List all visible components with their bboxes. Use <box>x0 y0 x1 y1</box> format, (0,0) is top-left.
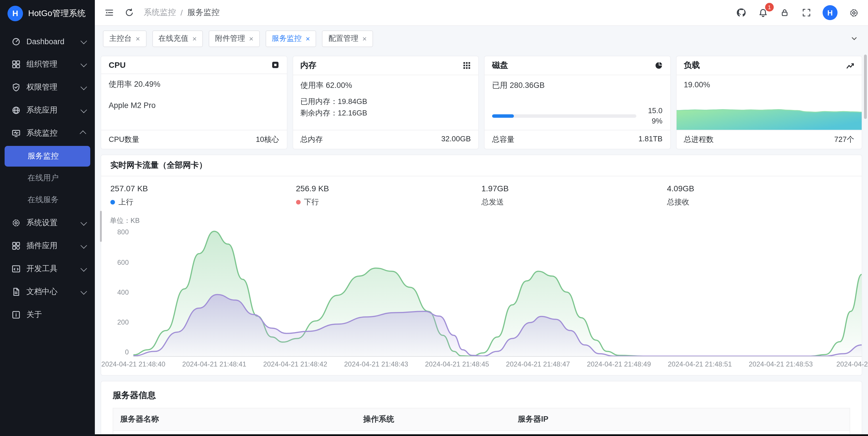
refresh-icon[interactable] <box>124 7 135 19</box>
notification-badge: 1 <box>765 3 774 11</box>
load-value: 19.00% <box>676 75 862 89</box>
sidebar-subitem-label: 在线服务 <box>28 195 59 205</box>
sidebar-item-org[interactable]: 组织管理 <box>0 53 95 76</box>
tab-label: 附件管理 <box>215 33 245 44</box>
topbar-actions: 1 H <box>735 5 859 20</box>
y-tick: 0 <box>125 348 129 357</box>
logo-icon: H <box>7 5 23 21</box>
sidebar-item-docs[interactable]: 文档中心 <box>0 280 95 303</box>
grid-icon <box>463 62 471 69</box>
stat-label: 总接收 <box>667 197 689 208</box>
x-tick: 2024-04-21 21:48:49 <box>587 361 651 369</box>
cpu-footer-value: 10核心 <box>256 135 279 145</box>
x-tick: 2024-04-21 21:48:47 <box>506 361 570 369</box>
tab-label: 主控台 <box>109 33 132 44</box>
main-column: 系统监控 / 服务监控 1 H <box>95 0 868 436</box>
sidebar-item-label: 权限管理 <box>26 82 75 93</box>
traffic-card-title: 实时网卡流量（全部网卡） <box>101 156 862 177</box>
sidebar-item-system-app[interactable]: 系统应用 <box>0 99 95 122</box>
scrollbar-thumb[interactable] <box>864 55 867 119</box>
stat-label: 总发送 <box>482 197 504 208</box>
sidebar-item-devtools[interactable]: 开发工具 <box>0 257 95 280</box>
tab-close-icon[interactable]: × <box>249 34 253 43</box>
sidebar-scrollbar-thumb[interactable] <box>100 211 102 242</box>
tab-attachment[interactable]: 附件管理 × <box>209 30 259 47</box>
sidebar-subitem-service-monitor[interactable]: 服务监控 <box>5 146 90 167</box>
settings-gear-icon[interactable] <box>848 7 859 19</box>
x-tick: 2024-04-21 21:48:41 <box>182 361 246 369</box>
tab-label: 配置管理 <box>329 33 359 44</box>
tab-close-icon[interactable]: × <box>363 34 367 43</box>
sidebar-subitem-online-users[interactable]: 在线用户 <box>5 168 90 189</box>
stat-value: 1.97GB <box>482 184 667 193</box>
chart-x-axis: 2024-04-21 21:48:40 2024-04-21 21:48:41 … <box>133 361 862 370</box>
app-title: HotGo管理系统 <box>28 8 86 19</box>
traffic-stat-total-received: 4.09GB 总接收 <box>667 184 853 208</box>
column-server-name: 服务器名称 <box>113 409 356 431</box>
sidebar-subitem-label: 服务监控 <box>28 151 59 161</box>
chevron-down-icon <box>81 242 87 249</box>
disk-used: 已用 280.36GB <box>492 80 662 91</box>
memory-footer-label: 总内存 <box>300 135 323 145</box>
sidebar-item-system-monitor[interactable]: 系统监控 <box>0 122 95 145</box>
info-icon <box>11 310 21 320</box>
chevron-down-icon <box>81 106 87 113</box>
memory-card-title: 内存 <box>300 60 316 71</box>
sidebar-subitem-online-services[interactable]: 在线服务 <box>5 190 90 210</box>
collapse-menu-icon[interactable] <box>103 7 115 19</box>
y-tick: 400 <box>117 289 129 296</box>
chevron-up-icon <box>80 130 86 137</box>
y-tick: 800 <box>117 228 129 236</box>
breadcrumb-parent[interactable]: 系统监控 <box>144 7 176 18</box>
stat-card-row: CPU 使用率 20.49% Apple M2 Pro CPU数量 10核心 <box>101 56 862 149</box>
avatar[interactable]: H <box>823 5 838 20</box>
topbar: 系统监控 / 服务监控 1 H <box>95 0 868 26</box>
monitor-icon <box>11 129 21 138</box>
cpu-model: Apple M2 Pro <box>108 101 279 110</box>
tab-close-icon[interactable]: × <box>192 34 196 43</box>
sidebar-item-label: 文档中心 <box>26 287 75 297</box>
tab-service-monitor[interactable]: 服务监控 × <box>266 30 316 47</box>
tab-online-recharge[interactable]: 在线充值 × <box>152 30 203 47</box>
sidebar-item-about[interactable]: 关于 <box>0 303 95 326</box>
sidebar: H HotGo管理系统 Dashboard 组织管理 权限管理 <box>0 0 95 436</box>
fullscreen-icon[interactable] <box>801 7 812 19</box>
github-icon[interactable] <box>735 7 747 19</box>
load-footer-label: 总进程数 <box>684 135 714 145</box>
stat-label: 下行 <box>304 197 319 208</box>
sidebar-item-dashboard[interactable]: Dashboard <box>0 30 95 53</box>
tab-console[interactable]: 主控台 × <box>103 30 146 47</box>
app-root: H HotGo管理系统 Dashboard 组织管理 权限管理 <box>0 0 868 436</box>
memory-free: 剩余内存：12.16GB <box>300 107 471 118</box>
chevron-down-icon <box>81 288 87 295</box>
sidebar-item-label: 系统设置 <box>26 218 75 228</box>
traffic-stat-down: 256.9 KB 下行 <box>296 184 482 208</box>
tabbar-chevron-down-icon[interactable] <box>848 33 860 44</box>
sidebar-item-permission[interactable]: 权限管理 <box>0 76 95 99</box>
server-info-title: 服务器信息 <box>101 382 862 408</box>
legend-dot-down <box>296 200 301 205</box>
server-info-card: 服务器信息 服务器名称 操作系统 服务器IP mengshuaideMBP da… <box>101 381 862 436</box>
tab-close-icon[interactable]: × <box>136 34 140 43</box>
stat-label: 上行 <box>118 197 133 208</box>
chevron-down-icon <box>81 219 87 226</box>
traffic-stats: 257.07 KB 上行 256.9 KB 下行 1.97GB 总发送 4.09… <box>101 177 862 208</box>
x-tick: 2024-04-21 21:48:45 <box>425 361 489 369</box>
code-icon <box>11 264 21 273</box>
plugin-icon <box>11 241 21 250</box>
sidebar-item-plugin[interactable]: 插件应用 <box>0 234 95 257</box>
lock-icon[interactable] <box>779 7 790 19</box>
x-tick: 2024-04-21 21:4 <box>836 361 868 369</box>
tab-close-icon[interactable]: × <box>306 34 310 43</box>
sidebar-submenu: 服务监控 在线用户 在线服务 <box>0 146 95 210</box>
notifications[interactable]: 1 <box>757 7 769 19</box>
table-header-row: 服务器名称 操作系统 服务器IP <box>113 409 849 431</box>
chart-unit-label: 单位：KB <box>110 216 140 226</box>
app-logo[interactable]: H HotGo管理系统 <box>0 0 95 26</box>
dashboard-icon <box>11 37 21 46</box>
chevron-down-icon <box>81 61 87 67</box>
sidebar-item-label: 关于 <box>26 310 86 320</box>
tab-config[interactable]: 配置管理 × <box>322 30 373 47</box>
tabbar: 主控台 × 在线充值 × 附件管理 × 服务监控 × 配置管理 × <box>95 26 868 51</box>
sidebar-item-settings[interactable]: 系统设置 <box>0 211 95 234</box>
